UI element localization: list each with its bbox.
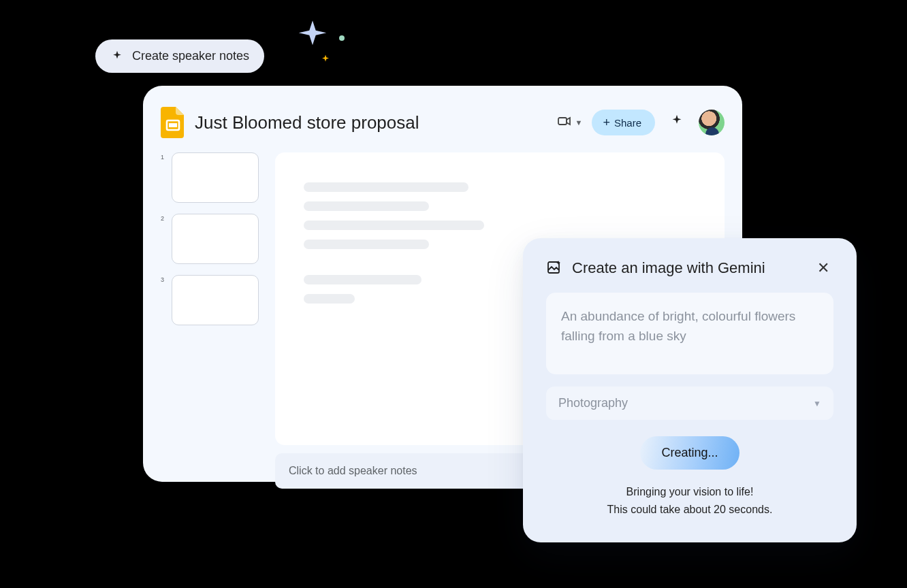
placeholder-line xyxy=(304,182,468,192)
sparkle-icon xyxy=(669,114,684,131)
gemini-status-text: Bringing your vision to life! This could… xyxy=(546,483,833,518)
creating-button[interactable]: Creating... xyxy=(640,436,739,470)
google-slides-logo-icon xyxy=(161,107,185,138)
slide-thumbnail[interactable]: 2 xyxy=(161,214,263,264)
present-video-button[interactable]: ▼ xyxy=(556,113,583,132)
placeholder-line xyxy=(304,220,484,230)
placeholder-line xyxy=(304,275,421,284)
image-prompt-text: An abundance of bright, colourful flower… xyxy=(561,309,795,343)
gemini-panel-title: Create an image with Gemini xyxy=(572,259,803,277)
share-label: Share xyxy=(614,117,641,129)
speaker-notes-placeholder: Click to add speaker notes xyxy=(289,465,417,477)
image-style-value: Photography xyxy=(558,396,628,410)
chevron-down-icon: ▼ xyxy=(813,399,821,408)
thumbnail-preview xyxy=(172,275,259,325)
video-camera-icon xyxy=(556,113,573,132)
chip-label: Create speaker notes xyxy=(132,49,249,63)
slide-thumbnail[interactable]: 1 xyxy=(161,152,263,203)
image-prompt-input[interactable]: An abundance of bright, colourful flower… xyxy=(546,293,833,374)
image-sparkle-icon xyxy=(546,259,562,278)
dot-decoration-icon xyxy=(339,35,345,41)
thumbnail-index: 3 xyxy=(161,275,166,283)
placeholder-line xyxy=(304,201,429,211)
sparkle-icon xyxy=(110,50,124,63)
status-line-1: Bringing your vision to life! xyxy=(546,483,833,501)
document-title[interactable]: Just Bloomed store proposal xyxy=(195,112,419,133)
thumbnail-preview xyxy=(172,152,259,203)
create-speaker-notes-chip[interactable]: Create speaker notes xyxy=(95,39,264,73)
thumbnail-preview xyxy=(172,214,259,264)
placeholder-line xyxy=(304,240,429,249)
app-header: Just Bloomed store proposal ▼ + Share xyxy=(161,103,725,142)
creating-label: Creating... xyxy=(661,446,718,459)
plus-icon: + xyxy=(603,116,610,129)
status-line-2: This could take about 20 seconds. xyxy=(546,501,833,519)
slide-thumbnail-strip: 1 2 3 xyxy=(161,152,263,445)
sparkle-decoration-small-icon xyxy=(319,53,332,69)
placeholder-line xyxy=(304,294,355,304)
slide-thumbnail[interactable]: 3 xyxy=(161,275,263,325)
share-button[interactable]: + Share xyxy=(592,110,655,135)
thumbnail-index: 1 xyxy=(161,152,166,161)
image-style-select[interactable]: Photography ▼ xyxy=(546,387,833,420)
user-avatar[interactable] xyxy=(699,110,725,135)
thumbnail-index: 2 xyxy=(161,214,166,222)
svg-rect-1 xyxy=(169,123,177,127)
gemini-toolbar-button[interactable] xyxy=(665,110,689,135)
svg-rect-2 xyxy=(558,118,567,125)
chevron-down-icon: ▼ xyxy=(575,118,583,127)
close-icon: ✕ xyxy=(817,259,829,276)
gemini-create-image-panel: Create an image with Gemini ✕ An abundan… xyxy=(523,238,857,542)
svg-rect-3 xyxy=(548,262,559,273)
close-button[interactable]: ✕ xyxy=(813,259,833,277)
